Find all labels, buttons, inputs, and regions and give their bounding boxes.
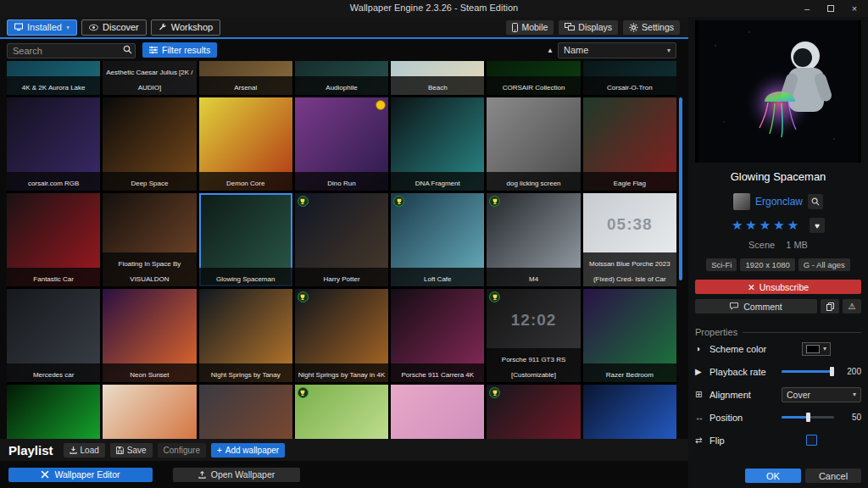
- wallpaper-tile[interactable]: Loft Cafe: [391, 193, 484, 286]
- wallpaper-title: DNA Fragment: [415, 180, 460, 187]
- search-icon: [811, 197, 820, 206]
- author-avatar[interactable]: [733, 193, 750, 210]
- tab-installed[interactable]: Installed ▾: [7, 19, 77, 36]
- wallpaper-tile[interactable]: Fantastic Car: [7, 193, 100, 286]
- footer: Wallpaper Editor Open Wallpaper: [0, 461, 688, 488]
- wallpaper-tile[interactable]: DNA Fragment: [391, 97, 484, 191]
- wallpaper-tile[interactable]: Porsche 911 Carrera 4K: [391, 289, 484, 382]
- wallpaper-tile[interactable]: Eagle Flag: [583, 97, 676, 191]
- ok-button[interactable]: OK: [745, 469, 801, 483]
- wallpaper-tile[interactable]: [391, 385, 484, 439]
- wallpaper-tile[interactable]: Audiophile: [295, 61, 388, 95]
- tile-overlay-text: 05:38: [583, 215, 676, 234]
- wallpaper-tile[interactable]: [487, 385, 580, 439]
- wallpaper-detail-title: Glowing Spaceman: [695, 170, 861, 183]
- cancel-button[interactable]: Cancel: [805, 469, 861, 483]
- flip-checkbox[interactable]: [806, 435, 817, 446]
- wallpaper-tile[interactable]: Neon Sunset: [103, 289, 196, 382]
- tile-label-strip: DNA Fragment: [391, 172, 484, 191]
- wallpaper-tile[interactable]: 4K & 2K Aurora Lake: [7, 61, 100, 95]
- author-link[interactable]: Ergonclaw: [755, 196, 803, 208]
- wallpaper-title: Porsche 911 GT3 RS [Customizable]: [502, 356, 565, 379]
- playlist-configure-button[interactable]: Configure: [158, 443, 206, 458]
- star-rating[interactable]: ★★★★★: [732, 218, 801, 233]
- wallpaper-tile[interactable]: Aesthetic Caesar Julius [2K / AUDIO]: [103, 61, 196, 95]
- sort-direction-button[interactable]: ▲: [542, 47, 558, 54]
- playlist-load-button[interactable]: Load: [64, 443, 105, 458]
- slider-handle[interactable]: [806, 413, 810, 422]
- wallpaper-tile[interactable]: dog licking screen: [487, 97, 580, 191]
- wallpaper-tile[interactable]: [199, 385, 292, 439]
- wallpaper-title: Dino Run: [327, 180, 355, 187]
- playlist-save-button[interactable]: Save: [110, 443, 153, 458]
- wallpaper-tile[interactable]: corsair.com RGB: [7, 97, 100, 191]
- wallpaper-tile[interactable]: Razer Bedroom: [583, 289, 676, 382]
- tile-label-strip: Audiophile: [295, 76, 388, 95]
- trophy-badge: [298, 291, 309, 302]
- position-label: Position: [709, 413, 743, 423]
- wallpaper-tile[interactable]: Night Springs by Tanay in 4K: [295, 289, 388, 382]
- scheme-color-picker[interactable]: ▾: [802, 342, 831, 356]
- playlist-configure-label: Configure: [164, 446, 200, 455]
- wallpaper-tile[interactable]: Harry Potter: [295, 193, 388, 286]
- report-button[interactable]: ⚠: [843, 299, 861, 313]
- playlist-add-wallpaper-button[interactable]: + Add wallpaper: [211, 443, 285, 458]
- wallpaper-tile[interactable]: Deep Space: [103, 97, 196, 191]
- tile-label-strip: Harry Potter: [295, 268, 388, 286]
- close-button[interactable]: ×: [843, 0, 866, 17]
- upload-icon: [198, 471, 206, 479]
- wallpaper-tile[interactable]: Arsenal: [199, 61, 292, 95]
- wallpaper-tile[interactable]: [103, 385, 196, 439]
- tab-discover[interactable]: Discover: [81, 19, 147, 36]
- wallpaper-tile[interactable]: 12:02 Porsche 911 GT3 RS [Customizable]: [487, 289, 580, 382]
- wallpaper-title: Audiophile: [326, 84, 357, 92]
- copy-button[interactable]: [821, 299, 839, 313]
- wallpaper-tile[interactable]: Glowing Spaceman: [199, 193, 292, 286]
- wallpaper-tile[interactable]: [583, 385, 676, 439]
- wallpaper-title: Razer Bedroom: [606, 371, 654, 379]
- tab-bar: Installed ▾ Discover Workshop Mobile Dis…: [0, 17, 688, 39]
- alignment-dropdown[interactable]: Cover ▾: [782, 387, 861, 402]
- gear-icon: [629, 23, 638, 32]
- wallpaper-tile[interactable]: Mercedes car: [7, 289, 100, 382]
- slider-handle[interactable]: [830, 367, 834, 376]
- grid-scrollbar[interactable]: [679, 97, 682, 280]
- displays-button[interactable]: Displays: [559, 20, 618, 35]
- tile-label-strip: Mercedes car: [7, 363, 100, 382]
- alignment-icon: ⊞: [695, 390, 709, 399]
- wallpaper-title: Neon Sunset: [130, 371, 169, 379]
- trophy-icon: [299, 198, 306, 205]
- playback-rate-slider[interactable]: [782, 370, 834, 373]
- wallpaper-tile[interactable]: [295, 385, 388, 439]
- wallpaper-editor-label: Wallpaper Editor: [54, 469, 120, 480]
- wallpaper-editor-button[interactable]: Wallpaper Editor: [8, 468, 153, 482]
- sort-dropdown[interactable]: Name ▾: [558, 42, 676, 58]
- wallpaper-tile[interactable]: Demon Core: [199, 97, 292, 191]
- open-wallpaper-button[interactable]: Open Wallpaper: [173, 468, 300, 482]
- search-input[interactable]: [7, 43, 136, 58]
- favorite-button[interactable]: ♥: [810, 218, 825, 233]
- wallpaper-tile[interactable]: M4: [487, 193, 580, 286]
- settings-button[interactable]: Settings: [623, 20, 680, 35]
- unsubscribe-button[interactable]: ✕ Unsubscribe: [695, 280, 861, 294]
- wallpaper-tile[interactable]: [7, 385, 100, 439]
- wallpaper-title: Demon Core: [226, 180, 264, 187]
- maximize-button[interactable]: [819, 0, 843, 17]
- wallpaper-title: Night Springs by Tanay: [211, 371, 281, 379]
- wallpaper-tile[interactable]: 05:38 Moissan Blue Porche 2023 (Fixed) C…: [583, 193, 676, 286]
- comment-button[interactable]: Comment: [695, 299, 817, 313]
- heart-icon: ♥: [815, 221, 820, 230]
- wallpaper-tile[interactable]: Beach: [391, 61, 484, 95]
- wallpaper-tile[interactable]: Night Springs by Tanay: [199, 289, 292, 382]
- tab-workshop[interactable]: Workshop: [151, 19, 220, 36]
- filter-results-button[interactable]: Filter results: [142, 42, 217, 58]
- position-slider[interactable]: [782, 416, 834, 419]
- wallpaper-tile[interactable]: CORSAIR CORSAIR Collection: [487, 61, 580, 95]
- wallpaper-tile[interactable]: Corsair-O-Tron: [583, 61, 676, 95]
- author-search-button[interactable]: [808, 194, 823, 209]
- mobile-button[interactable]: Mobile: [506, 20, 554, 35]
- wallpaper-preview: [695, 20, 861, 163]
- wallpaper-tile[interactable]: Dino Run: [295, 97, 388, 191]
- wallpaper-tile[interactable]: Floating In Space By VISUALDON: [103, 193, 196, 286]
- minimize-button[interactable]: –: [795, 0, 819, 17]
